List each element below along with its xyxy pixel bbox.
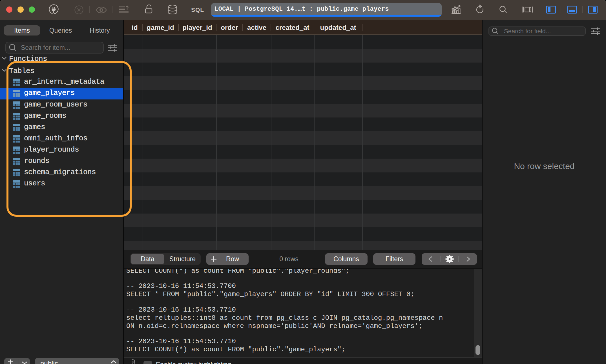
svg-text:SQL: SQL — [191, 6, 204, 13]
